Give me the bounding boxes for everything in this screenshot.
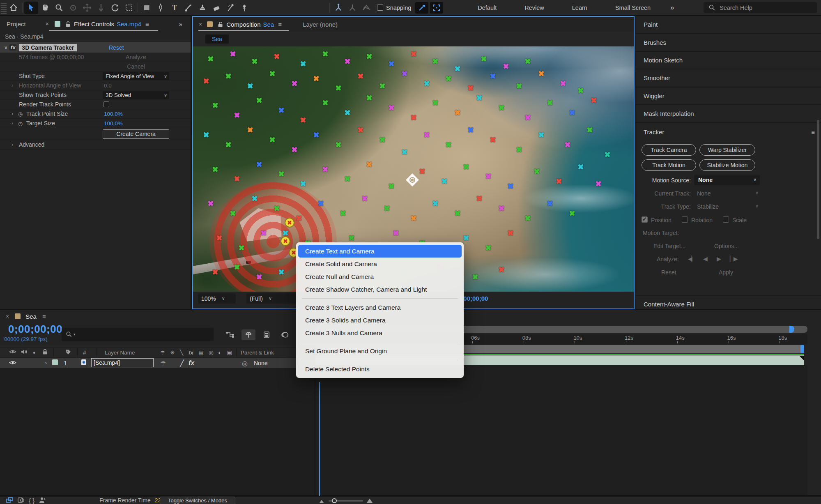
panel-section-mask-interpolation[interactable]: Mask Interpolation <box>635 105 821 123</box>
menu-item[interactable]: Create Shadow Catcher, Camera and Light <box>298 283 462 296</box>
track-point-marker[interactable] <box>208 200 214 206</box>
track-point-marker[interactable] <box>389 183 394 189</box>
panel-section-wiggler[interactable]: Wiggler <box>635 87 821 105</box>
warp-stabilizer-button[interactable]: Warp Stabilizer <box>699 144 755 156</box>
effect-property-row[interactable]: 574 frames @ 0;00;00;00Analyze <box>0 53 191 62</box>
track-point-marker[interactable] <box>252 196 258 201</box>
panel-section-paint[interactable]: Paint <box>635 16 821 34</box>
menu-item[interactable]: Create Solid and Camera <box>298 258 462 270</box>
track-point-marker[interactable] <box>389 61 394 67</box>
workspace-overflow-icon[interactable]: » <box>665 4 680 12</box>
audio-column-icon[interactable] <box>21 349 27 356</box>
track-point-marker[interactable] <box>256 161 262 167</box>
proxy-person-icon[interactable] <box>39 497 46 504</box>
tab-timeline-sea[interactable]: Sea <box>25 313 37 320</box>
edit-target-button[interactable]: Edit Target... <box>653 243 685 249</box>
track-point-marker[interactable] <box>278 107 284 113</box>
track-point-marker[interactable] <box>560 81 566 86</box>
track-point-marker[interactable] <box>252 58 258 64</box>
track-point-marker[interactable] <box>247 127 253 133</box>
track-point-marker[interactable] <box>538 71 544 76</box>
track-point-marker[interactable] <box>508 230 513 236</box>
workspace-tab-default[interactable]: Default <box>464 5 511 11</box>
unlock-icon[interactable] <box>218 21 223 28</box>
track-point-marker[interactable] <box>402 71 407 76</box>
analyze-backward-one-icon[interactable]: ◀▏ <box>688 255 695 262</box>
fx-badge-icon[interactable]: fx <box>9 44 17 51</box>
mask-visibility-icon[interactable] <box>17 497 25 504</box>
track-point-marker[interactable] <box>283 230 288 236</box>
shy-layers-icon[interactable] <box>241 329 255 340</box>
adjustment-layer-switch-icon[interactable]: ◐ <box>218 349 221 355</box>
workspace-tab-review[interactable]: Review <box>511 5 558 11</box>
track-point-marker[interactable] <box>578 87 584 93</box>
menu-item[interactable]: Create Text and Camera <box>298 245 462 258</box>
layer-quality-icon[interactable]: ╱ <box>180 359 184 367</box>
effect-property-row[interactable]: ›Advanced <box>0 140 191 150</box>
property-dropdown[interactable]: 3D Solved∨ <box>103 91 169 99</box>
tracker-apply-button[interactable]: Apply <box>719 269 733 276</box>
menu-item[interactable]: Create Null and Camera <box>298 270 462 283</box>
track-point-marker[interactable] <box>476 196 482 201</box>
track-point-marker[interactable] <box>340 210 346 216</box>
track-point-marker[interactable] <box>322 51 328 57</box>
analyze-forward-one-icon[interactable]: ▏▶ <box>730 255 737 262</box>
effect-header-row[interactable]: ∨ fx 3D Camera Tracker Reset <box>0 42 191 53</box>
motion-blur-switch-icon[interactable]: ◎ <box>209 349 214 356</box>
track-point-marker[interactable] <box>247 83 253 89</box>
track-point-marker[interactable] <box>336 85 341 91</box>
track-point-marker[interactable] <box>393 230 399 236</box>
pen-tool[interactable] <box>154 2 168 14</box>
track-point-marker[interactable] <box>389 105 394 110</box>
property-value[interactable]: 0,0 <box>103 83 112 89</box>
track-point-marker[interactable] <box>261 230 267 236</box>
brush-tool[interactable] <box>182 2 195 14</box>
track-point-marker[interactable] <box>596 181 601 186</box>
layer-name-field[interactable]: [Sea.mp4] <box>91 358 154 367</box>
track-point-marker[interactable] <box>366 95 372 101</box>
frame-blending-icon[interactable] <box>260 329 274 340</box>
analyze-backward-icon[interactable]: ◀ <box>703 255 708 262</box>
effect-property-row[interactable]: Render Track Points <box>0 100 191 109</box>
zoom-out-mountain-icon[interactable] <box>320 500 324 503</box>
effect-property-row[interactable]: ›◷Track Point Size100,0% <box>0 109 191 119</box>
tracker-section-header[interactable]: Tracker ≡ <box>635 123 821 140</box>
track-motion-button[interactable]: Track Motion <box>642 159 696 171</box>
orbit-camera-tool[interactable] <box>66 2 80 14</box>
type-tool[interactable]: T <box>168 2 182 14</box>
track-point-marker[interactable] <box>468 127 474 133</box>
track-point-marker[interactable] <box>239 245 244 251</box>
track-point-marker[interactable] <box>230 210 236 216</box>
view-axis-mode-icon[interactable] <box>359 2 373 14</box>
track-point-marker[interactable] <box>499 205 504 211</box>
track-point-marker[interactable] <box>225 142 231 147</box>
stopwatch-icon[interactable]: ◷ <box>18 120 23 127</box>
track-point-marker[interactable] <box>358 127 363 133</box>
track-point-marker[interactable] <box>468 85 474 91</box>
effect-property-row[interactable]: Create Camera <box>0 128 191 140</box>
world-axis-mode-icon[interactable] <box>345 2 359 14</box>
analyze-forward-icon[interactable]: ▶ <box>717 255 721 262</box>
track-point-marker[interactable] <box>345 58 350 64</box>
expander-chevron-icon[interactable]: › <box>11 111 13 117</box>
tab-effect-controls[interactable]: Effect Controls <box>74 21 114 28</box>
collapse-transformations-icon[interactable]: ✳ <box>170 349 175 356</box>
track-point-marker[interactable] <box>274 53 280 59</box>
track-point-marker[interactable] <box>292 81 297 86</box>
motion-blur-icon[interactable] <box>278 329 292 340</box>
track-point-marker[interactable] <box>455 66 460 71</box>
track-point-marker[interactable] <box>605 152 610 157</box>
track-point-marker[interactable] <box>366 161 372 167</box>
panel-menu-icon[interactable]: ≡ <box>145 21 149 28</box>
tracker-reset-button[interactable]: Reset <box>661 269 676 276</box>
clone-stamp-tool[interactable] <box>195 2 209 14</box>
pan-camera-tool[interactable] <box>80 2 94 14</box>
track-point-marker[interactable] <box>446 76 451 81</box>
stopwatch-icon[interactable]: ◷ <box>18 111 23 117</box>
selection-tool[interactable] <box>24 2 38 14</box>
track-point-marker[interactable] <box>455 110 460 115</box>
track-point-marker[interactable] <box>296 215 302 221</box>
track-point-marker[interactable] <box>230 51 236 57</box>
expander-chevron-icon[interactable]: › <box>11 142 13 147</box>
track-point-marker[interactable] <box>216 235 222 241</box>
